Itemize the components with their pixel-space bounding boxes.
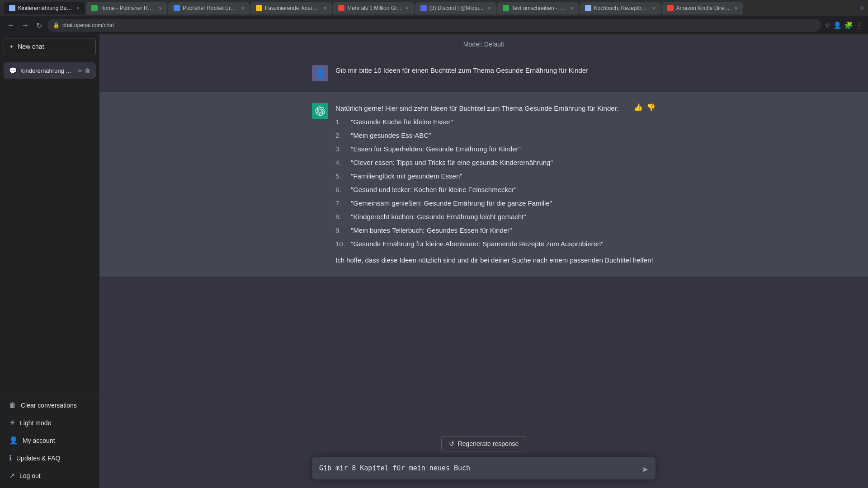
profile-icon[interactable]: 👤 (833, 21, 842, 29)
bookmark-icon[interactable]: ☆ (825, 21, 830, 29)
browser-tab[interactable]: Mehr als 1 Million Gr...× (333, 2, 414, 14)
sidebar-item-b1[interactable]: 🗑 Clear conversations (4, 397, 96, 414)
browser-actions: ☆ 👤 🧩 ⋮ (825, 21, 863, 29)
sidebar-bottom-icon: ℹ (9, 454, 12, 462)
browser-tab[interactable]: Faszinierende, kosten...× (250, 2, 332, 14)
sidebar-item-b4[interactable]: ℹ Updates & FAQ (4, 449, 96, 467)
list-item-text: "Gesunde Küche für kleine Esser" (351, 117, 453, 127)
new-tab-button[interactable]: + (859, 4, 864, 13)
regenerate-label: Regenerate response (458, 440, 519, 447)
nav-bar: ← → ↻ 🔒 chat.openai.com/chat ☆ 👤 🧩 ⋮ (0, 16, 868, 34)
browser-chrome: Kinderernährung Buch...×Home - Publisher… (0, 0, 868, 34)
chat-messages: 👤 Gib mir bitte 10 Ideen für einen Bucht… (99, 54, 868, 429)
list-number: 2. (335, 130, 347, 141)
assistant-intro-text: Natürlich gerne! Hier sind zehn Ideen fü… (335, 103, 656, 114)
sidebar-bottom-label: My account (23, 437, 55, 444)
message-row-user: 👤 Gib mir bitte 10 Ideen für einen Bucht… (99, 54, 868, 92)
thumbs-down-button[interactable]: 👎 (646, 103, 656, 112)
sidebar-bottom-label: Light mode (20, 419, 51, 427)
back-button[interactable]: ← (5, 19, 16, 31)
list-item-text: "Gesunde Ernährung für kleine Abenteurer… (351, 239, 604, 249)
extensions-icon[interactable]: 🧩 (844, 21, 853, 29)
new-chat-button[interactable]: + New chat (4, 38, 96, 55)
sidebar-chats: 💬 Kinderernährung Buchti ✏ 🗑 (0, 59, 99, 393)
browser-tab[interactable]: Kochbuch, Rezeptbu...× (580, 2, 661, 14)
tab-bar: Kinderernährung Buch...×Home - Publisher… (0, 0, 868, 16)
send-button[interactable]: ➤ (640, 464, 650, 475)
list-item-text: "Kindgerecht kochen: Gesunde Ernährung l… (351, 211, 526, 222)
menu-icon[interactable]: ⋮ (856, 21, 863, 29)
user-avatar: 👤 (312, 65, 328, 81)
sidebar-bottom-label: Updates & FAQ (16, 455, 60, 462)
edit-chat-icon[interactable]: ✏ (78, 67, 83, 74)
new-chat-label: New chat (18, 43, 44, 50)
model-label: Model: Default (99, 34, 868, 54)
list-number: 9. (335, 225, 347, 236)
regenerate-row: ↺ Regenerate response (110, 436, 857, 451)
sidebar-item-b2[interactable]: ☀ Light mode (4, 414, 96, 432)
list-number: 3. (335, 144, 347, 155)
browser-tab[interactable]: Publisher Rocket Erfo...× (168, 2, 250, 14)
regen-icon: ↺ (449, 440, 454, 447)
sidebar-item-b5[interactable]: ↗ Log out (4, 467, 96, 484)
sidebar-bottom-label: Clear conversations (21, 402, 77, 409)
message-row-assistant: Natürlich gerne! Hier sind zehn Ideen fü… (99, 92, 868, 277)
sidebar-item-b3[interactable]: 👤 My account (4, 432, 96, 449)
forward-button[interactable]: → (20, 19, 31, 31)
chat-input[interactable] (312, 457, 656, 480)
chat-item-title: Kinderernährung Buchti (20, 67, 74, 74)
list-item-text: "Clever essen: Tipps und Tricks für eine… (351, 157, 553, 168)
sidebar-bottom-icon: 👤 (9, 436, 18, 445)
browser-tab[interactable]: Home - Publisher Roc...× (86, 2, 167, 14)
address-bar[interactable]: 🔒 chat.openai.com/chat (47, 19, 821, 32)
browser-tab[interactable]: (3) Discord | @Midjo...× (415, 2, 496, 14)
assistant-closing-text: Ich hoffe, dass diese Ideen nützlich sin… (335, 255, 656, 266)
assistant-avatar (312, 103, 328, 119)
list-number: 4. (335, 157, 347, 168)
lock-icon: 🔒 (53, 22, 60, 28)
message-feedback-actions: 👍 👎 (634, 103, 656, 112)
list-number: 8. (335, 211, 347, 222)
regenerate-button[interactable]: ↺ Regenerate response (441, 436, 527, 451)
browser-tab[interactable]: Amazon Kindle Direc...× (662, 2, 743, 14)
list-item-text: "Gesund und lecker: Kochen für kleine Fe… (351, 184, 517, 195)
assistant-message-content: Natürlich gerne! Hier sind zehn Ideen fü… (335, 103, 656, 266)
sidebar: + New chat 💬 Kinderernährung Buchti ✏ 🗑 … (0, 34, 99, 488)
app-container: + New chat 💬 Kinderernährung Buchti ✏ 🗑 … (0, 0, 868, 488)
sidebar-chat-item[interactable]: 💬 Kinderernährung Buchti ✏ 🗑 (4, 62, 96, 79)
plus-icon: + (9, 43, 13, 50)
refresh-button[interactable]: ↻ (34, 19, 44, 32)
browser-tab[interactable]: Text umschreiben - B...× (497, 2, 579, 14)
input-area: ↺ Regenerate response ➤ (99, 429, 868, 488)
list-item-text: "Mein buntes Tellerbuch: Gesundes Essen … (351, 225, 512, 236)
list-item-text: "Essen für Superhelden: Gesunde Ernährun… (351, 144, 521, 155)
list-item-text: "Mein gesundes Ess-ABC" (351, 130, 431, 141)
chat-icon: 💬 (9, 67, 17, 74)
list-number: 6. (335, 184, 347, 195)
sidebar-bottom-icon: 🗑 (9, 401, 16, 409)
sidebar-bottom-label: Log out (19, 472, 41, 479)
delete-chat-icon[interactable]: 🗑 (85, 67, 90, 74)
list-number: 10. (335, 239, 347, 249)
list-number: 5. (335, 171, 347, 182)
list-number: 1. (335, 117, 347, 127)
main-content: Model: Default 👤 Gib mir bitte 10 Ideen … (99, 34, 868, 488)
sidebar-top: + New chat (0, 34, 99, 59)
sidebar-bottom: 🗑 Clear conversations ☀ Light mode 👤 My … (0, 393, 99, 488)
sidebar-bottom-icon: ↗ (9, 471, 15, 480)
thumbs-up-button[interactable]: 👍 (634, 103, 643, 112)
user-message-text: Gib mir bitte 10 Ideen für einen Buchtit… (335, 65, 656, 76)
sidebar-bottom-icon: ☀ (9, 418, 15, 427)
url-text: chat.openai.com/chat (62, 22, 114, 28)
input-wrapper: ➤ (312, 457, 656, 481)
browser-tab[interactable]: Kinderernährung Buch...× (4, 2, 85, 14)
list-item-text: "Familienglück mit gesundem Essen" (351, 171, 462, 182)
list-item-text: "Gemeinsam genießen: Gesunde Ernährung f… (351, 198, 552, 209)
list-number: 7. (335, 198, 347, 209)
